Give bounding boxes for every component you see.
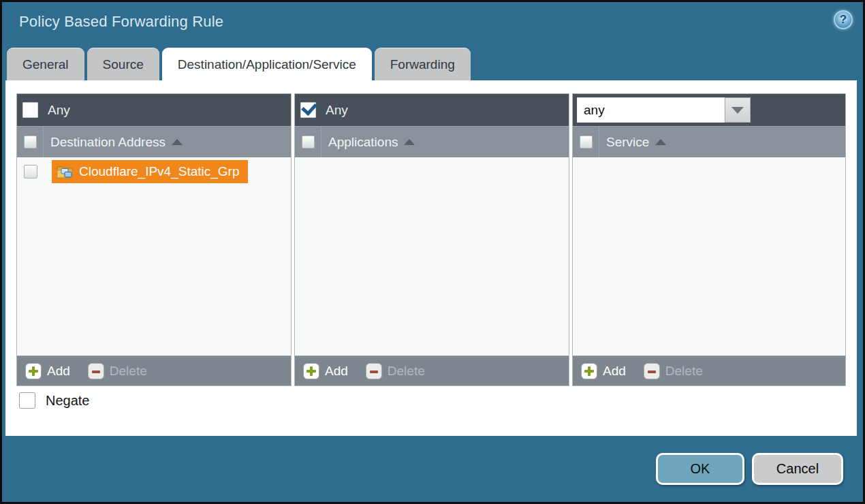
add-label: Add	[325, 364, 348, 379]
plus-icon	[25, 363, 42, 379]
applications-panel: Any Applications Add Delete	[294, 93, 569, 386]
delete-label: Delete	[665, 364, 703, 379]
applications-list	[295, 157, 569, 356]
service-dropdown-value[interactable]: any	[577, 97, 725, 123]
destination-address-panel: Any Destination Address	[16, 93, 292, 386]
service-dropdown[interactable]: any	[577, 97, 751, 123]
destination-any-label: Any	[48, 103, 70, 118]
destination-row-highlight[interactable]: Cloudflare_IPv4_Static_Grp	[52, 160, 248, 183]
destination-delete-button[interactable]: Delete	[88, 363, 147, 379]
policy-based-forwarding-dialog: Policy Based Forwarding Rule ? General S…	[0, 0, 865, 504]
service-select-all-checkbox[interactable]	[580, 136, 593, 148]
destination-any-bar: Any	[17, 94, 291, 126]
service-dropdown-bar: any	[573, 94, 845, 126]
dialog-title: Policy Based Forwarding Rule	[19, 13, 223, 31]
applications-add-button[interactable]: Add	[303, 363, 348, 379]
minus-icon	[88, 363, 104, 379]
destination-select-all-checkbox[interactable]	[24, 136, 37, 148]
destination-column-header[interactable]: Destination Address	[50, 135, 166, 150]
service-delete-button[interactable]: Delete	[644, 363, 703, 379]
applications-column-header[interactable]: Applications	[328, 135, 398, 150]
header-divider	[599, 127, 599, 158]
tab-forwarding[interactable]: Forwarding	[375, 48, 471, 80]
plus-icon	[303, 363, 319, 379]
delete-label: Delete	[110, 364, 147, 379]
sort-ascending-icon[interactable]	[655, 139, 666, 145]
destination-row[interactable]: Cloudflare_IPv4_Static_Grp	[17, 157, 291, 185]
service-panel: any Service Add D	[572, 93, 846, 386]
sort-ascending-icon[interactable]	[172, 139, 183, 145]
negate-label: Negate	[46, 393, 90, 409]
negate-option: Negate	[19, 392, 90, 409]
destination-row-checkbox[interactable]	[24, 165, 37, 178]
tab-content-panel: Any Destination Address	[5, 80, 857, 436]
tab-source[interactable]: Source	[87, 48, 159, 80]
destination-actions-bar: Add Delete	[17, 356, 291, 385]
applications-column-header-row: Applications	[295, 126, 569, 157]
applications-any-label: Any	[326, 103, 348, 118]
sort-ascending-icon[interactable]	[404, 139, 415, 145]
applications-any-checkbox[interactable]	[300, 102, 316, 118]
service-column-header-row: Service	[573, 126, 845, 157]
plus-icon	[581, 363, 597, 379]
negate-checkbox[interactable]	[19, 392, 35, 409]
header-divider	[43, 127, 44, 158]
service-column-header[interactable]: Service	[606, 135, 649, 150]
address-group-icon	[57, 165, 73, 178]
ok-button[interactable]: OK	[656, 453, 744, 485]
service-dropdown-button[interactable]	[725, 97, 751, 123]
tab-destination-application-service[interactable]: Destination/Application/Service	[162, 48, 372, 80]
add-label: Add	[47, 364, 70, 379]
destination-row-label: Cloudflare_IPv4_Static_Grp	[79, 164, 240, 179]
service-add-button[interactable]: Add	[581, 363, 626, 379]
applications-delete-button[interactable]: Delete	[366, 363, 425, 379]
help-icon[interactable]: ?	[834, 10, 853, 29]
applications-any-bar: Any	[295, 94, 569, 126]
header-divider	[321, 127, 321, 158]
destination-column-header-row: Destination Address	[17, 126, 291, 157]
add-label: Add	[603, 364, 626, 379]
applications-select-all-checkbox[interactable]	[302, 136, 315, 148]
service-list	[573, 157, 845, 356]
delete-label: Delete	[388, 364, 425, 379]
destination-list: Cloudflare_IPv4_Static_Grp	[17, 157, 291, 356]
destination-add-button[interactable]: Add	[25, 363, 70, 379]
minus-icon	[644, 363, 660, 379]
destination-any-checkbox[interactable]	[22, 102, 38, 118]
minus-icon	[366, 363, 382, 379]
applications-actions-bar: Add Delete	[295, 356, 569, 385]
service-actions-bar: Add Delete	[573, 356, 845, 385]
cancel-button[interactable]: Cancel	[752, 453, 843, 485]
tab-bar: General Source Destination/Application/S…	[7, 48, 471, 80]
chevron-down-icon	[732, 107, 744, 114]
tab-general[interactable]: General	[7, 48, 84, 80]
